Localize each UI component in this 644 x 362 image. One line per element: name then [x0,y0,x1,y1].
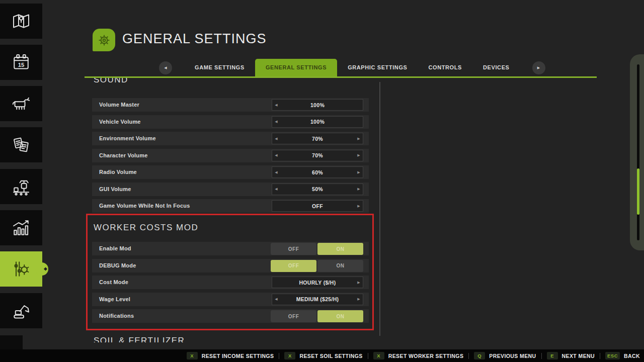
next-tab-button[interactable]: ▶ [532,61,545,74]
tab-controls[interactable]: CONTROLS [418,59,473,76]
previous-tab-button[interactable]: ◀ [159,61,172,74]
sidebar-item-statistics[interactable] [0,210,42,245]
reset-income-settings-button[interactable]: X RESET INCOME SETTINGS [187,352,274,359]
tab-general-settings[interactable]: GENERAL SETTINGS [255,59,337,76]
radio-volume-stepper[interactable]: ◀ 60% ▶ [272,166,363,178]
increase-arrow-icon[interactable]: ▶ [355,153,363,157]
production-icon [11,176,31,197]
general-settings-screen: 15 [0,0,644,362]
hotkey-label: RESET WORKER SETTINGS [388,353,464,359]
setting-label: Game Volume While Not In Focus [99,199,190,213]
increase-arrow-icon[interactable]: ▶ [355,297,363,301]
gui-volume-stepper[interactable]: ◀ 50% ▶ [272,184,363,195]
vehicle-volume-stepper[interactable]: ◀ 100% ▶ [272,116,363,128]
sidebar-item-map[interactable] [0,4,42,39]
increase-arrow-icon[interactable]: ▶ [355,281,363,285]
decrease-arrow-icon[interactable]: ◀ [272,297,280,301]
settings-icon [11,259,31,279]
setting-row-radio-volume[interactable]: Radio Volume ◀ 60% ▶ [92,165,369,179]
setting-row-gui-volume[interactable]: GUI Volume ◀ 50% ▶ [92,183,369,196]
stepper-value: 70% [280,152,355,158]
decrease-arrow-icon[interactable]: ◀ [272,103,280,107]
key-x-icon: X [187,352,198,359]
tab-game-settings[interactable]: GAME SETTINGS [184,59,255,76]
hotkey-label: RESET INCOME SETTINGS [202,353,274,359]
decrease-arrow-icon[interactable]: ◀ [272,120,280,124]
setting-row-environment-volume[interactable]: Environment Volume ◀ 70% ▶ [92,132,369,145]
environment-volume-stepper[interactable]: ◀ 70% ▶ [272,133,363,144]
reset-soil-settings-button[interactable]: X RESET SOIL SETTINGS [284,352,362,359]
game-volume-focus-stepper[interactable]: ◀ OFF ▶ [272,200,363,212]
panel-scrollbar[interactable] [379,82,380,336]
calendar-icon: 15 [11,52,31,72]
toggle-on-button[interactable]: ON [317,243,363,255]
key-e-icon: E [547,352,558,359]
tab-devices[interactable]: DEVICES [472,59,520,76]
volume-master-stepper[interactable]: ◀ 100% ▶ [272,99,363,111]
increase-arrow-icon[interactable]: ▶ [355,204,363,208]
toggle-off-button[interactable]: OFF [271,310,316,322]
debug-mode-toggle[interactable]: OFF ON [271,260,363,272]
tab-graphic-settings[interactable]: GRAPHIC SETTINGS [337,59,418,76]
setting-row-enable-mod[interactable]: Enable Mod OFF ON [92,242,369,255]
wage-level-stepper[interactable]: ◀ MEDIUM ($25/H) ▶ [272,294,363,305]
setting-label: DEBUG Mode [99,259,136,273]
sidebar-item-finances[interactable] [0,127,42,162]
hotkey-label: NEXT MENU [562,353,595,359]
hotkey-bar: X RESET INCOME SETTINGS X RESET SOIL SET… [0,349,644,362]
active-tile-notch [44,267,47,270]
setting-row-wage-level[interactable]: Wage Level ◀ MEDIUM ($25/H) ▶ [92,293,369,306]
stepper-value: 100% [280,102,355,108]
hotkey-label: RESET SOIL SETTINGS [299,353,362,359]
previous-menu-button[interactable]: Q PREVIOUS MENU [474,352,536,359]
increase-arrow-icon[interactable]: ▶ [355,187,363,191]
decrease-arrow-icon[interactable]: ◀ [272,187,280,191]
page-scrollbar[interactable] [630,54,644,250]
decrease-arrow-icon[interactable]: ◀ [272,137,280,141]
toggle-off-button[interactable]: OFF [271,260,316,272]
setting-row-volume-master[interactable]: Volume Master ◀ 100% ▶ [92,98,369,112]
setting-row-notifications[interactable]: Notifications OFF ON [92,309,369,323]
setting-row-character-volume[interactable]: Character Volume ◀ 70% ▶ [92,149,369,162]
svg-text:15: 15 [18,62,25,68]
toggle-on-button[interactable]: ON [317,310,363,322]
separator [279,353,279,359]
stepper-value: 70% [280,136,355,142]
section-heading-worker-costs-mod: WORKER COSTS MOD [94,223,198,233]
enable-mod-toggle[interactable]: OFF ON [271,243,363,255]
gear-icon [96,32,113,49]
toggle-off-button[interactable]: OFF [271,243,316,255]
setting-row-cost-mode[interactable]: Cost Mode ◀ HOURLY ($/H) ▶ [92,276,369,289]
separator [541,353,542,359]
sidebar-partial-tile [0,335,23,349]
decrease-arrow-icon[interactable]: ◀ [272,153,280,157]
key-x-icon: X [373,352,384,359]
toggle-on-button[interactable]: ON [317,260,363,272]
cost-mode-stepper[interactable]: ◀ HOURLY ($/H) ▶ [272,277,363,288]
setting-row-game-volume-focus[interactable]: Game Volume While Not In Focus ◀ OFF ▶ [92,199,369,213]
setting-label: Volume Master [99,98,139,112]
reset-worker-settings-button[interactable]: X RESET WORKER SETTINGS [373,352,464,359]
page-title: GENERAL SETTINGS [122,31,267,47]
setting-row-debug-mode[interactable]: DEBUG Mode OFF ON [92,259,369,273]
increase-arrow-icon[interactable]: ▶ [355,137,363,141]
setting-row-vehicle-volume[interactable]: Vehicle Volume ◀ 100% ▶ [92,115,369,129]
stepper-value: OFF [280,203,355,209]
character-volume-stepper[interactable]: ◀ 70% ▶ [272,150,363,161]
sidebar-item-settings[interactable] [0,251,42,287]
sound-rows: Volume Master ◀ 100% ▶ Vehicle Volume ◀ … [92,98,369,216]
next-menu-button[interactable]: E NEXT MENU [547,352,595,359]
sidebar-item-calendar[interactable]: 15 [0,45,42,80]
notifications-toggle[interactable]: OFF ON [271,310,363,322]
sidebar-item-construction[interactable] [0,293,42,328]
increase-arrow-icon[interactable]: ▶ [355,170,363,174]
sidebar-item-production[interactable] [0,169,42,204]
scrollbar-thumb[interactable] [637,168,639,215]
key-esc-icon: ESC [605,352,620,359]
stepper-value: 60% [280,169,355,175]
chevron-right-icon: ▶ [537,66,540,70]
decrease-arrow-icon[interactable]: ◀ [272,170,280,174]
setting-label: GUI Volume [99,183,131,196]
back-button[interactable]: ESC BACK [605,352,640,359]
sidebar-item-animals[interactable] [0,86,42,121]
